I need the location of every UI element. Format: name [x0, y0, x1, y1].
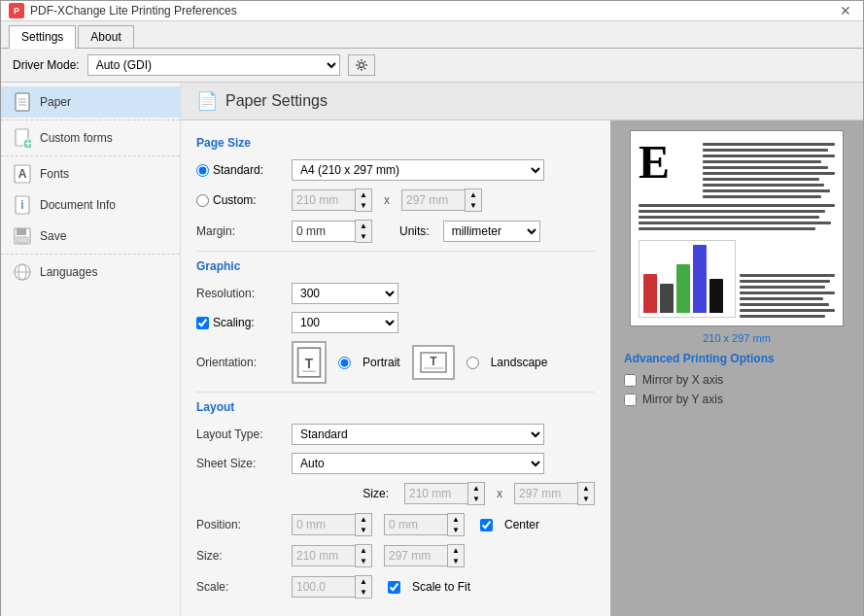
- size2-width-down[interactable]: ▼: [356, 556, 371, 566]
- scale-up[interactable]: ▲: [356, 576, 371, 587]
- sidebar-item-custom-forms[interactable]: + Custom forms: [1, 122, 180, 154]
- resolution-select[interactable]: 300: [292, 283, 398, 304]
- size-height-input[interactable]: [514, 483, 577, 504]
- size2-height-input[interactable]: [384, 545, 447, 566]
- scale-to-fit-label: Scale to Fit: [412, 580, 470, 594]
- svg-text:i: i: [20, 198, 23, 212]
- pos-y-down[interactable]: ▼: [448, 525, 464, 535]
- orientation-label: Orientation:: [196, 356, 284, 369]
- paper-settings-title: Paper Settings: [225, 92, 328, 110]
- divider-3: [1, 254, 180, 255]
- sidebar-paper-label: Paper: [40, 95, 71, 109]
- preview-lines: [703, 139, 835, 198]
- portrait-radio[interactable]: [338, 357, 351, 369]
- tab-about[interactable]: About: [78, 25, 133, 48]
- sidebar-save-label: Save: [40, 229, 66, 243]
- center-checkbox[interactable]: [480, 519, 493, 531]
- preview-top: E: [639, 139, 835, 198]
- size-width-down[interactable]: ▼: [468, 494, 484, 504]
- portrait-label: Portrait: [363, 356, 400, 369]
- size-height-up[interactable]: ▲: [578, 483, 594, 494]
- size-width-up[interactable]: ▲: [468, 483, 484, 494]
- scaling-select[interactable]: 100: [292, 312, 398, 333]
- size-x-sep: x: [497, 487, 502, 500]
- custom-radio[interactable]: [196, 194, 209, 207]
- size2-label: Size:: [196, 549, 284, 563]
- sidebar-item-paper[interactable]: Paper: [1, 86, 180, 118]
- pos-x-down[interactable]: ▼: [356, 525, 371, 535]
- standard-radio[interactable]: [196, 164, 209, 177]
- sheet-size-label: Sheet Size:: [196, 457, 284, 470]
- pos-x-spinbox: ▲ ▼: [292, 513, 372, 536]
- custom-width-up[interactable]: ▲: [356, 189, 371, 200]
- layout-type-select[interactable]: Standard: [292, 424, 544, 445]
- close-button[interactable]: ✕: [836, 1, 855, 20]
- svg-text:T: T: [430, 355, 437, 368]
- divider-layout: [196, 392, 595, 393]
- scaling-checkbox[interactable]: [196, 317, 209, 329]
- sidebar-fonts-label: Fonts: [40, 167, 69, 181]
- svg-text:+: +: [24, 137, 31, 149]
- scale-to-fit-checkbox[interactable]: [388, 581, 400, 594]
- margin-up[interactable]: ▲: [356, 221, 371, 231]
- scale-down[interactable]: ▼: [356, 587, 371, 598]
- landscape-radio[interactable]: [467, 357, 479, 369]
- sidebar-item-languages[interactable]: Languages: [1, 257, 180, 288]
- size2-height-spinbox: ▲ ▼: [384, 544, 465, 567]
- custom-height-input[interactable]: [401, 189, 465, 211]
- size2-width-up[interactable]: ▲: [356, 545, 371, 556]
- save-icon: [13, 226, 32, 246]
- size-height-spinbox: ▲ ▼: [514, 482, 595, 505]
- tabs-bar: Settings About: [1, 21, 863, 49]
- window-title: PDF-XChange Lite Printing Preferences: [30, 4, 237, 17]
- margin-row: Margin: ▲ ▼ Units: millimeter: [196, 220, 595, 243]
- preview-right-lines: [740, 270, 835, 318]
- tab-settings[interactable]: Settings: [9, 25, 76, 49]
- main-layout: Paper + Custom forms: [1, 83, 863, 616]
- position-row: Position: ▲ ▼ ▲ ▼: [196, 513, 595, 536]
- scale-input[interactable]: [292, 576, 355, 598]
- sidebar-item-save[interactable]: Save: [1, 221, 180, 252]
- driver-settings-button[interactable]: [348, 54, 375, 76]
- custom-height-up[interactable]: ▲: [466, 189, 481, 200]
- margin-spinbox: ▲ ▼: [292, 220, 372, 243]
- bar-blue: [693, 245, 707, 313]
- size2-height-up[interactable]: ▲: [448, 545, 464, 556]
- margin-input[interactable]: [292, 221, 355, 242]
- pos-x-input[interactable]: [292, 514, 355, 535]
- sheet-size-select[interactable]: Auto: [292, 453, 544, 474]
- units-select[interactable]: millimeter: [443, 221, 540, 242]
- mirror-x-row: Mirror by X axis: [624, 373, 849, 387]
- paper-icon: [13, 92, 32, 112]
- sidebar-item-fonts[interactable]: A Fonts: [1, 158, 180, 189]
- custom-width-down[interactable]: ▼: [356, 200, 371, 211]
- pos-y-up[interactable]: ▲: [448, 514, 464, 525]
- landscape-icon: T: [412, 345, 455, 380]
- size-height-down[interactable]: ▼: [578, 494, 594, 504]
- mirror-x-checkbox[interactable]: [624, 374, 637, 387]
- main-window: P PDF-XChange Lite Printing Preferences …: [0, 0, 864, 616]
- custom-width-input[interactable]: [292, 189, 355, 211]
- sidebar-item-document-info[interactable]: i Document Info: [1, 189, 180, 221]
- sidebar-docinfo-label: Document Info: [40, 198, 116, 212]
- margin-down[interactable]: ▼: [356, 231, 371, 242]
- mirror-y-checkbox[interactable]: [624, 394, 637, 406]
- standard-select[interactable]: A4 (210 x 297 mm): [292, 159, 544, 181]
- size2-width-input[interactable]: [292, 545, 355, 566]
- pos-x-up[interactable]: ▲: [356, 514, 371, 525]
- svg-rect-13: [17, 228, 26, 235]
- custom-height-down[interactable]: ▼: [466, 200, 481, 211]
- layout-section-title: Layout: [196, 400, 595, 414]
- position-label: Position:: [196, 518, 284, 531]
- pos-y-input[interactable]: [384, 514, 447, 535]
- sidebar: Paper + Custom forms: [1, 83, 181, 616]
- standard-row: Standard: A4 (210 x 297 mm): [196, 159, 595, 181]
- scaling-label: Scaling:: [213, 316, 255, 329]
- driver-bar: Driver Mode: Auto (GDI): [1, 49, 863, 83]
- size2-width-spinbox: ▲ ▼: [292, 544, 372, 567]
- size-width-input[interactable]: [404, 483, 467, 504]
- driver-mode-select[interactable]: Auto (GDI): [87, 54, 340, 76]
- preview-chart-section: [639, 240, 835, 318]
- paper-header-icon: 📄: [196, 90, 218, 112]
- size2-height-down[interactable]: ▼: [448, 556, 464, 566]
